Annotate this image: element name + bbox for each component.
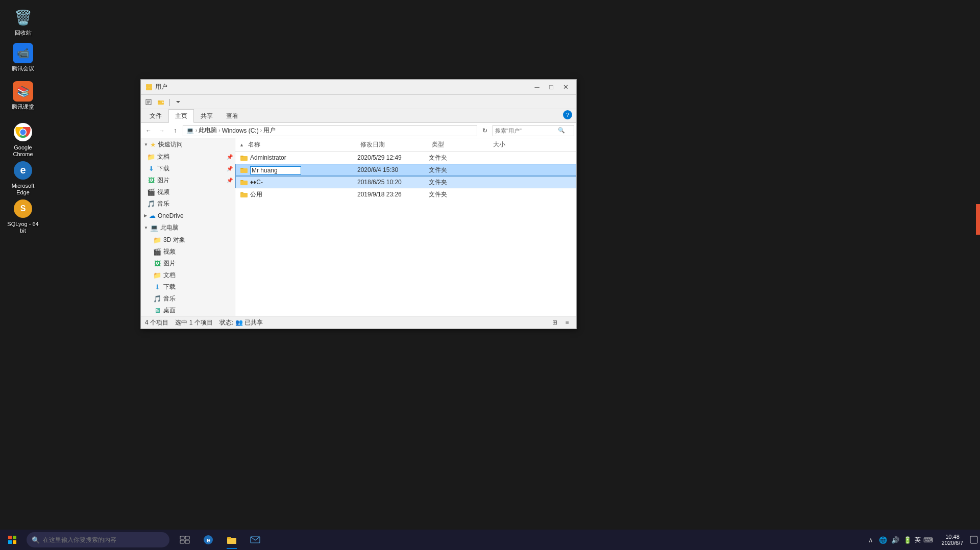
svg-rect-32 (240, 180, 243, 181)
taskbar-mail[interactable] (244, 530, 266, 550)
col-header-name[interactable]: 名称 (246, 138, 358, 151)
taskbar-system-tray: ∧ 🌐 🔊 🔋 英 ⌨ (862, 535, 937, 545)
search-icon-button[interactable]: 🔍 (557, 127, 566, 135)
this-pc-label: 此电脑 (160, 223, 179, 232)
quick-access-customize-button[interactable] (173, 96, 184, 108)
file-name-editing-mr-huang[interactable] (250, 165, 357, 174)
taskbar-search-input[interactable] (43, 536, 155, 543)
file-rename-input[interactable] (250, 166, 301, 174)
downloads-icon: ⬇ (147, 165, 155, 173)
sidebar-item-videos[interactable]: 🎬 视频 (141, 186, 235, 198)
tab-file[interactable]: 文件 (143, 109, 168, 122)
desktop-icon-edge[interactable]: e Microsoft Edge (5, 158, 41, 198)
desktop-icon-recycle-bin[interactable]: 🗑️ 回收站 (5, 5, 41, 38)
chrome-label: Google Chrome (7, 144, 39, 158)
notification-center-button[interactable] (968, 530, 980, 550)
svg-rect-41 (180, 540, 184, 543)
title-bar-left: 用户 (145, 83, 167, 91)
toolbar-separator: | (167, 98, 172, 106)
sqlyog-icon: S (13, 198, 33, 219)
file-name-cc: ♦♦C- (250, 179, 357, 186)
edge-icon: e (13, 160, 33, 181)
desktop-icon-tencent-meeting[interactable]: 📹 腾讯会议 (5, 41, 41, 74)
large-icons-view-button[interactable]: ⊞ (550, 318, 560, 327)
sidebar-item-music-pc[interactable]: 🎵 音乐 (141, 293, 235, 305)
svg-rect-38 (13, 540, 16, 544)
sidebar-item-pictures[interactable]: 🖼 图片 📌 (141, 174, 235, 186)
desktop-icon-tencent-class[interactable]: 📚 腾讯课堂 (5, 79, 41, 112)
sidebar-item-downloads-pc[interactable]: ⬇ 下载 (141, 281, 235, 293)
svg-rect-30 (240, 168, 243, 169)
file-row-cc[interactable]: ♦♦C- 2018/6/25 10:20 文件夹 (235, 176, 576, 188)
tab-home[interactable]: 主页 (168, 109, 194, 123)
search-box[interactable]: 🔍 (493, 125, 574, 136)
sidebar-item-documents[interactable]: 📁 文档 📌 (141, 151, 235, 163)
back-button[interactable]: ← (143, 125, 154, 136)
col-header-type[interactable]: 类型 (430, 138, 491, 151)
up-button[interactable]: ↑ (169, 125, 181, 136)
taskbar-file-explorer[interactable] (220, 530, 243, 550)
file-name-public: 公用 (250, 190, 357, 199)
desktop-icon-chrome[interactable]: Google Chrome (5, 120, 41, 160)
col-header-size[interactable]: 大小 (491, 138, 532, 151)
sidebar-item-downloads[interactable]: ⬇ 下载 📌 (141, 163, 235, 174)
search-input[interactable] (495, 128, 556, 134)
tencent-meeting-icon: 📹 (13, 43, 33, 63)
file-row-administrator[interactable]: Administrator 2020/5/29 12:49 文件夹 (235, 152, 576, 164)
desktop-icon-sqlyog[interactable]: S SQLyog - 64bit (5, 196, 41, 236)
details-view-button[interactable]: ≡ (562, 318, 572, 327)
sidebar-item-music[interactable]: 🎵 音乐 (141, 198, 235, 210)
sort-arrow-icon: ▲ (239, 142, 244, 147)
svg-rect-36 (13, 536, 16, 539)
maximize-button[interactable]: □ (545, 82, 558, 93)
start-button[interactable] (0, 530, 24, 550)
file-row-mr-huang[interactable]: 2020/6/4 15:30 文件夹 (235, 164, 576, 176)
svg-rect-39 (180, 536, 184, 539)
keyboard-icon[interactable]: ⌨ (923, 535, 933, 545)
svg-rect-29 (240, 168, 248, 173)
taskbar-edge[interactable]: e (197, 530, 219, 550)
svg-rect-42 (185, 540, 189, 543)
ribbon-help-button[interactable]: ? (563, 110, 572, 119)
new-folder-button[interactable]: + (155, 96, 166, 108)
volume-icon[interactable]: 🔊 (890, 535, 900, 545)
show-hidden-icons-button[interactable]: ∧ (866, 535, 876, 545)
right-edge-handle[interactable] (976, 204, 980, 235)
sidebar-item-documents-pc[interactable]: 📁 文档 (141, 269, 235, 281)
sidebar-item-desktop[interactable]: 🖥 桌面 (141, 305, 235, 316)
properties-button[interactable] (143, 96, 154, 108)
lang-indicator[interactable]: 英 (915, 536, 921, 544)
refresh-button[interactable]: ↻ (479, 125, 491, 136)
taskbar-clock[interactable]: 10:48 2020/6/7 (937, 534, 968, 546)
file-name-administrator: Administrator (250, 154, 357, 161)
tab-share[interactable]: 共享 (194, 109, 219, 122)
downloads-pc-label: 下载 (163, 283, 176, 291)
col-header-date[interactable]: 修改日期 (358, 138, 430, 151)
tab-view[interactable]: 查看 (219, 109, 245, 122)
svg-rect-27 (240, 156, 248, 161)
sidebar-item-videos-pc[interactable]: 🎬 视频 (141, 246, 235, 258)
pictures-icon: 🖼 (147, 177, 155, 185)
file-row-public[interactable]: 公用 2019/9/18 23:26 文件夹 (235, 188, 576, 201)
close-button[interactable]: ✕ (559, 82, 572, 93)
pin-icon-documents: 📌 (227, 154, 233, 160)
chrome-icon (13, 122, 33, 142)
battery-icon[interactable]: 🔋 (902, 535, 913, 545)
explorer-window: 用户 ─ □ ✕ + | 文件 (140, 79, 577, 329)
address-path[interactable]: 💻 › 此电脑 › Windows (C:) › 用户 (183, 125, 477, 136)
sidebar-item-3d-objects[interactable]: 📁 3D 对象 (141, 234, 235, 246)
taskbar-task-view[interactable] (174, 530, 196, 550)
sidebar-header-this-pc[interactable]: ▼ 💻 此电脑 (141, 221, 235, 234)
folder-icon-administrator (240, 154, 248, 162)
svg-rect-35 (8, 536, 12, 539)
onedrive-label: OneDrive (158, 212, 184, 219)
sidebar-header-quick-access[interactable]: ▼ ★ 快速访问 (141, 138, 235, 151)
pictures-pc-label: 图片 (163, 259, 176, 268)
onedrive-expand-icon: ▶ (144, 213, 147, 218)
sidebar-header-onedrive[interactable]: ▶ ☁ OneDrive (141, 210, 235, 221)
taskbar-search-box[interactable]: 🔍 (27, 532, 169, 547)
network-icon[interactable]: 🌐 (878, 535, 888, 545)
sidebar-item-pictures-pc[interactable]: 🖼 图片 (141, 258, 235, 269)
minimize-button[interactable]: ─ (530, 82, 544, 93)
forward-button[interactable]: → (156, 125, 167, 136)
